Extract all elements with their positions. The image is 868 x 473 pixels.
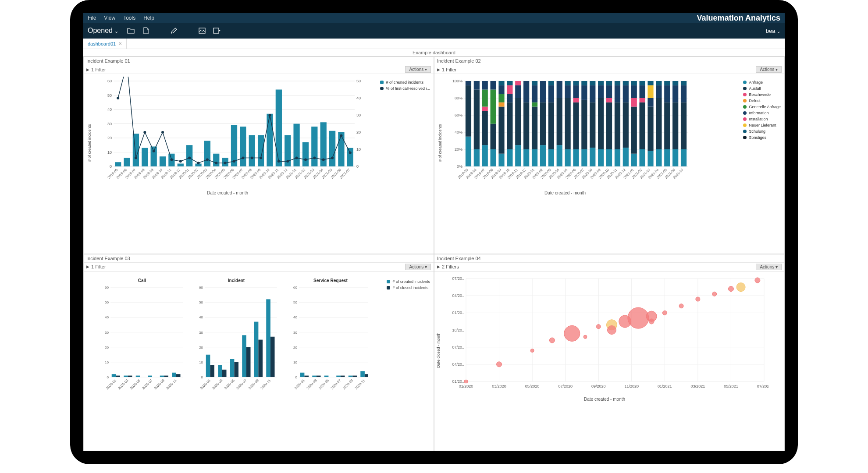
expand-icon[interactable]: ▶ bbox=[86, 265, 89, 269]
svg-rect-126 bbox=[491, 149, 496, 166]
svg-rect-201 bbox=[631, 81, 637, 85]
svg-text:05/2020: 05/2020 bbox=[525, 384, 540, 388]
actions-button[interactable]: Actions ▾ bbox=[756, 264, 782, 270]
svg-rect-40 bbox=[276, 90, 282, 167]
open-folder-icon[interactable] bbox=[127, 27, 135, 35]
svg-text:09/2020: 09/2020 bbox=[591, 384, 606, 388]
svg-rect-27 bbox=[160, 156, 166, 166]
svg-rect-141 bbox=[515, 145, 521, 166]
svg-rect-117 bbox=[466, 81, 471, 85]
actions-button[interactable]: Actions ▾ bbox=[756, 66, 782, 73]
svg-rect-193 bbox=[623, 148, 629, 166]
svg-text:50: 50 bbox=[293, 300, 297, 304]
svg-text:30: 30 bbox=[356, 113, 361, 117]
svg-rect-218 bbox=[664, 85, 670, 102]
new-file-icon[interactable] bbox=[142, 27, 150, 35]
svg-rect-180 bbox=[598, 149, 604, 166]
svg-rect-281 bbox=[176, 374, 181, 377]
opened-dropdown[interactable]: Opened ⌄ bbox=[88, 27, 118, 35]
filter-label[interactable]: 2 Filters bbox=[442, 264, 459, 269]
menu-tools[interactable]: Tools bbox=[123, 15, 135, 21]
expand-icon[interactable]: ▶ bbox=[437, 67, 440, 72]
menu-file[interactable]: File bbox=[88, 15, 96, 21]
expand-icon[interactable]: ▶ bbox=[86, 67, 89, 72]
filter-label[interactable]: 1 Filter bbox=[91, 264, 106, 269]
edit-pencil-icon[interactable] bbox=[170, 27, 178, 35]
svg-rect-220 bbox=[672, 149, 678, 166]
tab-dashboard01[interactable]: dashboard01 ✕ bbox=[83, 39, 127, 49]
tab-bar: dashboard01 ✕ bbox=[83, 39, 785, 49]
svg-rect-124 bbox=[482, 90, 488, 107]
svg-rect-129 bbox=[491, 81, 496, 90]
svg-rect-146 bbox=[523, 102, 529, 149]
close-icon[interactable]: ✕ bbox=[118, 41, 122, 46]
svg-text:30: 30 bbox=[105, 330, 109, 334]
svg-text:0: 0 bbox=[356, 164, 359, 169]
svg-rect-227 bbox=[681, 81, 687, 85]
svg-rect-176 bbox=[590, 148, 595, 166]
svg-text:2020-09: 2020-09 bbox=[248, 378, 260, 390]
svg-rect-127 bbox=[491, 124, 496, 150]
svg-rect-42 bbox=[293, 124, 299, 167]
svg-rect-157 bbox=[548, 102, 554, 149]
svg-text:01/2020: 01/2020 bbox=[459, 384, 473, 388]
svg-text:10: 10 bbox=[199, 360, 203, 364]
svg-text:Call: Call bbox=[138, 278, 146, 283]
menu-help[interactable]: Help bbox=[143, 15, 154, 21]
svg-rect-178 bbox=[590, 85, 595, 102]
filter-label[interactable]: 1 Filter bbox=[91, 67, 106, 72]
svg-rect-271 bbox=[124, 375, 128, 377]
svg-rect-338 bbox=[324, 375, 329, 377]
svg-rect-163 bbox=[565, 149, 571, 166]
svg-text:03/2020: 03/2020 bbox=[492, 384, 506, 388]
svg-rect-130 bbox=[498, 154, 504, 166]
svg-rect-307 bbox=[254, 321, 259, 377]
svg-rect-119 bbox=[474, 90, 480, 150]
svg-rect-342 bbox=[304, 375, 309, 377]
svg-text:30: 30 bbox=[199, 330, 203, 334]
svg-rect-216 bbox=[664, 149, 670, 166]
svg-rect-313 bbox=[258, 339, 263, 377]
svg-text:07/20..: 07/20.. bbox=[452, 345, 464, 349]
actions-button[interactable]: Actions ▾ bbox=[405, 264, 431, 270]
menu-view[interactable]: View bbox=[104, 15, 115, 21]
expand-icon[interactable]: ▶ bbox=[437, 265, 440, 269]
svg-rect-276 bbox=[116, 375, 120, 377]
filter-label[interactable]: 1 Filter bbox=[442, 67, 457, 72]
svg-rect-184 bbox=[606, 149, 612, 166]
svg-rect-345 bbox=[341, 375, 345, 377]
svg-point-406 bbox=[736, 282, 745, 291]
svg-rect-197 bbox=[631, 154, 637, 166]
panel-title: Incident Example 02 bbox=[434, 57, 784, 65]
svg-point-402 bbox=[679, 304, 683, 308]
svg-text:20: 20 bbox=[199, 345, 203, 349]
export-image-icon[interactable] bbox=[213, 27, 221, 35]
svg-rect-172 bbox=[581, 149, 587, 166]
svg-rect-308 bbox=[266, 299, 270, 377]
image-icon[interactable] bbox=[198, 27, 206, 35]
svg-point-398 bbox=[628, 307, 649, 328]
svg-rect-115 bbox=[466, 137, 471, 166]
svg-rect-143 bbox=[515, 85, 521, 98]
svg-text:60: 60 bbox=[105, 286, 109, 289]
panel-body: Date closed - month 01/20..04/20..07/20.… bbox=[434, 272, 784, 451]
user-menu[interactable]: bea ⌄ bbox=[766, 28, 780, 34]
svg-rect-0 bbox=[199, 28, 205, 33]
svg-rect-183 bbox=[598, 81, 604, 85]
legend-label: # of created incidents bbox=[392, 279, 430, 284]
svg-text:40: 40 bbox=[107, 107, 112, 112]
svg-point-405 bbox=[728, 286, 733, 291]
svg-text:20: 20 bbox=[105, 345, 109, 349]
actions-button[interactable]: Actions ▾ bbox=[405, 66, 431, 73]
panel-title: Incident Example 04 bbox=[434, 254, 784, 262]
svg-text:30: 30 bbox=[293, 330, 297, 334]
svg-text:40%: 40% bbox=[455, 130, 462, 134]
svg-rect-156 bbox=[548, 149, 554, 166]
svg-rect-136 bbox=[507, 149, 512, 166]
svg-rect-204 bbox=[640, 98, 645, 102]
svg-text:07/2020: 07/2020 bbox=[558, 384, 573, 388]
panel-incident-02: Incident Example 02 ▶ 1 Filter Actions ▾… bbox=[434, 56, 785, 254]
svg-rect-347 bbox=[365, 374, 368, 377]
svg-rect-221 bbox=[672, 102, 678, 149]
svg-point-396 bbox=[607, 325, 616, 334]
